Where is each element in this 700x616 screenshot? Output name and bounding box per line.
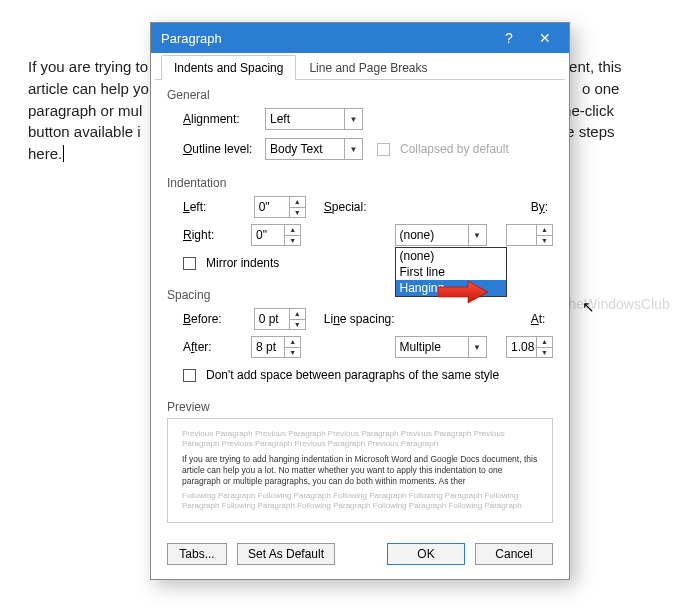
- preview-ghost-next: Following Paragraph Following Paragraph …: [182, 491, 538, 512]
- tab-line-page-breaks[interactable]: Line and Page Breaks: [296, 55, 440, 79]
- set-default-button[interactable]: Set As Default: [237, 543, 335, 565]
- outline-level-label: Outline level:: [183, 142, 261, 156]
- group-general: General: [167, 88, 553, 102]
- spinner-down-icon[interactable]: ▼: [290, 208, 305, 218]
- cancel-button[interactable]: Cancel: [475, 543, 553, 565]
- at-spinner[interactable]: 1.08 ▲▼: [506, 336, 553, 358]
- alignment-label: Alignment:: [183, 112, 261, 126]
- special-dropdown-list: (none) First line Hanging: [395, 247, 507, 297]
- dialog-title: Paragraph: [161, 31, 491, 46]
- chevron-down-icon: ▼: [344, 139, 362, 159]
- collapsed-label: Collapsed by default: [400, 142, 509, 156]
- spinner-up-icon[interactable]: ▲: [537, 337, 552, 348]
- spinner-up-icon[interactable]: ▲: [290, 309, 305, 320]
- special-label: Special:: [324, 200, 401, 214]
- at-label: At:: [531, 312, 553, 326]
- tabs-button[interactable]: Tabs...: [167, 543, 227, 565]
- no-space-checkbox[interactable]: [183, 369, 196, 382]
- tab-indents-spacing[interactable]: Indents and Spacing: [161, 55, 296, 80]
- preview-sample: If you are trying to add hanging indenta…: [182, 454, 538, 487]
- spinner-down-icon[interactable]: ▼: [537, 236, 552, 246]
- button-row: Tabs... Set As Default OK Cancel: [151, 533, 569, 579]
- outline-level-select[interactable]: Body Text ▼: [265, 138, 363, 160]
- group-indentation: Indentation: [167, 176, 553, 190]
- before-label: Before:: [183, 312, 250, 326]
- chevron-down-icon: ▼: [468, 337, 486, 357]
- spinner-down-icon[interactable]: ▼: [290, 320, 305, 330]
- by-label: By:: [531, 200, 553, 214]
- spinner-down-icon[interactable]: ▼: [285, 348, 300, 358]
- by-spinner[interactable]: ▲▼: [506, 224, 553, 246]
- chevron-down-icon: ▼: [344, 109, 362, 129]
- watermark: TheWindowsClub: [560, 296, 670, 312]
- spinner-up-icon[interactable]: ▲: [537, 225, 552, 236]
- line-spacing-select[interactable]: Multiple ▼: [395, 336, 487, 358]
- alignment-select[interactable]: Left ▼: [265, 108, 363, 130]
- indent-left-spinner[interactable]: 0" ▲▼: [254, 196, 306, 218]
- special-option-first-line[interactable]: First line: [396, 264, 506, 280]
- special-select[interactable]: (none) ▼ (none) First line Hanging: [395, 224, 487, 246]
- help-button[interactable]: ?: [491, 26, 527, 50]
- preview-ghost-prev: Previous Paragraph Previous Paragraph Pr…: [182, 429, 538, 450]
- before-spinner[interactable]: 0 pt ▲▼: [254, 308, 306, 330]
- no-space-label: Don't add space between paragraphs of th…: [206, 368, 499, 382]
- collapsed-checkbox: [377, 143, 390, 156]
- spinner-down-icon[interactable]: ▼: [285, 236, 300, 246]
- close-button[interactable]: ✕: [527, 26, 563, 50]
- mirror-indents-checkbox[interactable]: [183, 257, 196, 270]
- indent-right-label: Right:: [183, 228, 247, 242]
- spinner-down-icon[interactable]: ▼: [537, 348, 552, 358]
- group-preview: Preview: [167, 400, 553, 414]
- paragraph-dialog: Paragraph ? ✕ Indents and Spacing Line a…: [150, 22, 570, 580]
- special-option-none[interactable]: (none): [396, 248, 506, 264]
- line-spacing-label: Line spacing:: [324, 312, 401, 326]
- titlebar[interactable]: Paragraph ? ✕: [151, 23, 569, 53]
- indent-right-spinner[interactable]: 0" ▲▼: [251, 224, 301, 246]
- after-label: After:: [183, 340, 247, 354]
- preview-box: Previous Paragraph Previous Paragraph Pr…: [167, 418, 553, 523]
- spinner-up-icon[interactable]: ▲: [285, 225, 300, 236]
- spinner-up-icon[interactable]: ▲: [290, 197, 305, 208]
- mouse-cursor-icon: ↖: [582, 298, 595, 316]
- after-spinner[interactable]: 8 pt ▲▼: [251, 336, 301, 358]
- special-option-hanging[interactable]: Hanging: [396, 280, 506, 296]
- chevron-down-icon: ▼: [468, 225, 486, 245]
- ok-button[interactable]: OK: [387, 543, 465, 565]
- spinner-up-icon[interactable]: ▲: [285, 337, 300, 348]
- indent-left-label: Left:: [183, 200, 250, 214]
- mirror-indents-label: Mirror indents: [206, 256, 279, 270]
- tab-strip: Indents and Spacing Line and Page Breaks: [155, 55, 565, 80]
